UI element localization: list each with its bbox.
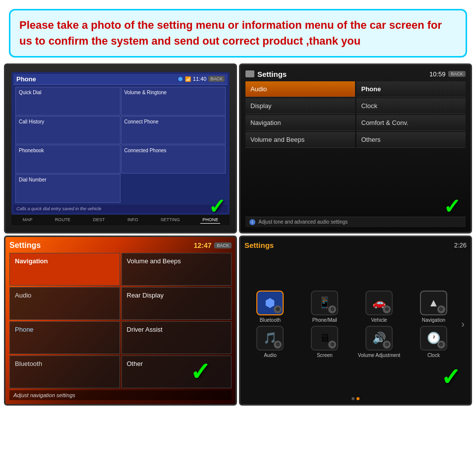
menu-quick-dial[interactable]: Quick Dial (15, 87, 120, 116)
menu-volume-ringtone[interactable]: Volume & Ringtone (121, 87, 226, 116)
audio-label: Audio (264, 353, 277, 358)
nav-setting[interactable]: SETTING (159, 216, 182, 224)
icon-vehicle[interactable]: 🚗 ⚙ Vehicle (354, 291, 405, 323)
phone-menu: Quick Dial Volume & Ringtone Call Histor… (15, 87, 226, 203)
menu-call-history[interactable]: Call History (15, 116, 120, 145)
volume-adj-icon-box: 🔊 ⚙ (365, 326, 393, 351)
screen-top-right: Settings 10:59 BACK Audio Display Naviga… (239, 63, 472, 234)
bluetooth-icon-box: ⬢ ⚙ (256, 291, 284, 315)
phone-status-text: Calls a quick dial entry saved in the ve… (13, 205, 228, 213)
settings-title-bl: Settings (9, 241, 41, 250)
settings-clock[interactable]: Clock (357, 98, 466, 114)
settings-header-tr: Settings 10:59 BACK (245, 70, 466, 78)
settings-status-bl: Adjust navigation settings (9, 390, 232, 400)
navigation-settings-badge: ⚙ (437, 305, 445, 313)
checkmark-br: ✓ (441, 365, 461, 389)
phone-mail-settings-badge: ⚙ (328, 305, 336, 313)
settings-icon (245, 70, 254, 77)
settings-time-tr: 10:59 (429, 70, 446, 78)
phone-back-btn[interactable]: BACK (208, 76, 225, 82)
instruction-text: Please take a photo of the setting menu … (19, 17, 457, 49)
bluetooth-label: Bluetooth (260, 317, 281, 323)
settings-info-bar: i Adjust tone and advanced audio setting… (245, 217, 466, 227)
clock-icon-box: 🕐 ⚙ (420, 326, 447, 351)
info-icon: i (249, 219, 255, 225)
settings-columns-tr: Audio Display Navigation Volume and Beep… (245, 81, 466, 215)
clock-label: Clock (427, 353, 440, 358)
settings-others[interactable]: Others (357, 132, 466, 148)
vehicle-label: Vehicle (371, 317, 387, 323)
icon-phone-mail[interactable]: 📱 ⚙ Phone/Mail (299, 291, 351, 323)
menu-rear-display-bl[interactable]: Rear Display (121, 287, 232, 320)
instruction-box: Please take a photo of the setting menu … (9, 9, 467, 58)
screenshots-grid: Phone ⬢ 📶 11:40 BACK Quick Dial Volume &… (4, 63, 472, 406)
settings-navigation-tr[interactable]: Navigation (245, 115, 355, 131)
screen-top-left: Phone ⬢ 📶 11:40 BACK Quick Dial Volume &… (4, 63, 237, 234)
vehicle-settings-badge: ⚙ (383, 305, 391, 313)
signal-icon: 📶 (185, 76, 191, 82)
checkmark-bl: ✓ (190, 359, 211, 384)
nav-route[interactable]: ROUTE (53, 216, 73, 224)
nav-dest[interactable]: DEST (91, 216, 107, 224)
dot-1 (352, 397, 355, 400)
nav-bar: MAP ROUTE DEST INFO SETTING PHONE (11, 215, 230, 225)
icon-audio-br[interactable]: 🎵 ⚙ Audio (244, 326, 296, 358)
menu-bluetooth-bl[interactable]: Bluetooth (9, 356, 120, 388)
settings-comfort[interactable]: Comfort & Conv. (357, 115, 466, 131)
menu-dial-number[interactable]: Dial Number (15, 174, 120, 203)
phone-header: Phone ⬢ 📶 11:40 BACK (13, 74, 228, 85)
menu-driver-assist-bl[interactable]: Driver Assist (121, 321, 232, 354)
phone-screen: Phone ⬢ 📶 11:40 BACK Quick Dial Volume &… (11, 72, 230, 215)
menu-volume-beeps-bl[interactable]: Volume and Beeps (121, 253, 232, 286)
phone-mail-icon-box: 📱 ⚙ (311, 291, 338, 315)
menu-other-bl[interactable]: Other (121, 356, 232, 388)
menu-connect-phone[interactable]: Connect Phone (121, 116, 226, 145)
settings-time-br: 2:26 (454, 241, 467, 249)
settings-back-bl[interactable]: BACK (214, 242, 232, 248)
nav-info[interactable]: INFO (125, 216, 140, 224)
volume-adj-label: Volume Adjustment (358, 353, 401, 358)
icon-bluetooth[interactable]: ⬢ ⚙ Bluetooth (244, 291, 296, 323)
settings-volume-beeps[interactable]: Volume and Beeps (245, 132, 355, 148)
screen-label: Screen (317, 353, 333, 358)
settings-title-br: Settings (244, 241, 274, 249)
audio-icon-box: 🎵 ⚙ (256, 326, 284, 351)
scroll-right-arrow[interactable]: › (459, 318, 467, 330)
icon-volume-adj[interactable]: 🔊 ⚙ Volume Adjustment (354, 326, 405, 358)
settings-col-left: Audio Display Navigation Volume and Beep… (245, 81, 355, 215)
settings-header-bl: Settings 12:47 BACK (9, 241, 232, 250)
phone-title: Phone (16, 75, 36, 83)
menu-audio-bl[interactable]: Audio (9, 287, 120, 320)
volume-adj-settings-badge: ⚙ (383, 341, 391, 349)
icon-screen-br[interactable]: 🖥 ⚙ Screen (299, 326, 351, 358)
bluetooth-status-icon: ⬢ (178, 76, 183, 82)
checkmark-tl: ✓ (208, 196, 226, 217)
menu-connected-phones[interactable]: Connected Phones (121, 145, 226, 174)
clock-settings-badge: ⚙ (437, 341, 445, 349)
settings-audio[interactable]: Audio (245, 81, 355, 97)
icon-clock[interactable]: 🕐 ⚙ Clock (408, 326, 459, 358)
bluetooth-settings-badge: ⚙ (274, 305, 282, 313)
screen-bottom-left: Settings 12:47 BACK Navigation Volume an… (4, 236, 237, 406)
settings-phone[interactable]: Phone (357, 81, 466, 97)
settings-display[interactable]: Display (245, 98, 355, 114)
icon-grid: ⬢ ⚙ Bluetooth 📱 ⚙ Phone/Mail 🚗 ⚙ (244, 291, 459, 358)
phone-mail-label: Phone/Mail (312, 317, 337, 323)
navigation-label: Navigation (422, 317, 445, 323)
navigation-icon-box: ▲ ⚙ (420, 291, 447, 315)
vehicle-icon-box: 🚗 ⚙ (365, 291, 393, 315)
settings-header-br: Settings 2:26 (244, 241, 467, 249)
settings-back-tr[interactable]: BACK (448, 71, 466, 77)
menu-navigation-bl[interactable]: Navigation (9, 253, 120, 286)
menu-phonebook[interactable]: Phonebook (15, 145, 120, 174)
screen-icon-box: 🖥 ⚙ (311, 326, 338, 351)
menu-phone-bl[interactable]: Phone (9, 321, 120, 354)
screen-settings-badge: ⚙ (328, 341, 336, 349)
nav-map[interactable]: MAP (21, 216, 35, 224)
phone-time: 11:40 (193, 76, 207, 82)
screen-bottom-right: Settings 2:26 ⬢ ⚙ Bluetooth 📱 ⚙ (239, 236, 472, 406)
audio-settings-badge: ⚙ (274, 341, 282, 349)
icon-navigation-br[interactable]: ▲ ⚙ Navigation (408, 291, 459, 323)
info-text: Adjust tone and advanced audio settings (258, 219, 348, 225)
dot-2 (357, 397, 359, 400)
